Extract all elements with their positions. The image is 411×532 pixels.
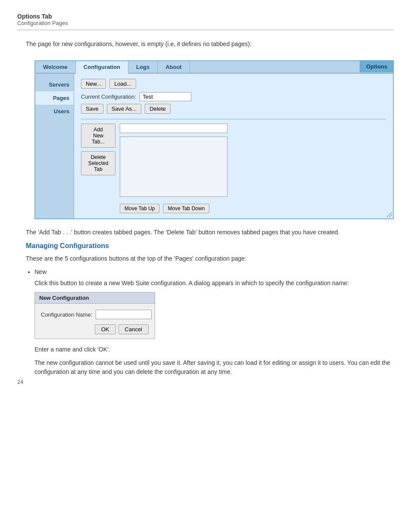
tab-welcome[interactable]: Welcome (35, 61, 76, 73)
intro-paragraph: The page for new configurations, however… (26, 40, 394, 47)
tabs-list-column: Move Tab Up Move Tab Down (120, 124, 386, 213)
sidebar-users[interactable]: Users (35, 105, 74, 118)
intro-text-before: The page for (26, 40, 62, 47)
tabs-management: Add New Tab... Delete Selected Tab Move … (81, 124, 386, 213)
new-config-dialog: New Configuration Configuration Name: OK… (34, 292, 155, 339)
add-new-tab-button[interactable]: Add New Tab... (81, 124, 115, 148)
sidebar-servers[interactable]: Servers (35, 78, 74, 91)
tab-logs[interactable]: Logs (128, 61, 158, 73)
after-window-text: The 'Add Tab . . .' button creates tabbe… (26, 228, 394, 237)
load-button[interactable]: Load... (109, 79, 136, 89)
tab-configuration[interactable]: Configuration (76, 61, 128, 74)
current-config-input[interactable] (140, 92, 191, 101)
config-body: Servers Pages Users New... Load... Curre… (35, 74, 393, 218)
tab-btn-column: Add New Tab... Delete Selected Tab (81, 124, 115, 213)
tab-name-input[interactable] (120, 124, 227, 133)
config-sidebar: Servers Pages Users (35, 74, 74, 218)
sidebar-pages[interactable]: Pages (35, 91, 74, 105)
sub-text-2: The new configuration cannot be used unt… (34, 358, 394, 376)
dialog-name-row: Configuration Name: (41, 310, 149, 319)
doc-header: Options Tab Configuration Pages (17, 13, 394, 26)
doc-subtitle: Configuration Pages (17, 20, 394, 26)
header-divider (17, 30, 394, 30)
bullet-new: New (34, 268, 394, 275)
config-top-row: New... Load... (81, 79, 386, 89)
doc-title: Options Tab (17, 13, 394, 20)
move-tab-down-button[interactable]: Move Tab Down (163, 204, 209, 213)
save-as-button[interactable]: Save As... (107, 104, 142, 114)
intro-em: new (62, 40, 73, 47)
managing-intro: These are the 5 configurations buttons a… (26, 254, 394, 263)
ok-button[interactable]: OK (95, 324, 116, 334)
resize-handle (387, 212, 392, 218)
intro-text-after: configurations, however, is empty (i.e, … (73, 40, 252, 47)
options-tab-area: Options Welcome Configuration Logs About… (26, 60, 394, 219)
config-name-input[interactable] (96, 310, 152, 319)
enter-name-text: Enter a name and click 'OK'. (34, 345, 394, 354)
config-divider (81, 119, 386, 119)
save-button[interactable]: Save (81, 104, 103, 114)
dialog-title: New Configuration (35, 292, 155, 304)
move-tab-up-button[interactable]: Move Tab Up (120, 204, 159, 213)
save-row: Save Save As... Delete (81, 104, 386, 114)
current-config-row: Current Configuration: (81, 92, 386, 101)
move-buttons-row: Move Tab Up Move Tab Down (120, 204, 386, 213)
bullet-list: New (34, 268, 394, 275)
dialog-buttons: OK Cancel (41, 324, 149, 334)
tabs-list-area (120, 137, 227, 197)
delete-selected-tab-button[interactable]: Delete Selected Tab (81, 151, 115, 175)
config-window: Welcome Configuration Logs About Servers… (34, 60, 394, 219)
tab-bar: Welcome Configuration Logs About (35, 61, 393, 74)
cancel-button[interactable]: Cancel (118, 324, 149, 334)
sub-text-1: Click this button to create a new Web Su… (34, 279, 394, 288)
managing-section-heading: Managing Configurations (26, 242, 394, 250)
config-main: New... Load... Current Configuration: Sa… (74, 74, 393, 218)
options-tab-button[interactable]: Options (360, 60, 394, 72)
tab-about[interactable]: About (158, 61, 190, 73)
current-config-label: Current Configuration: (81, 93, 136, 100)
dialog-body: Configuration Name: OK Cancel (35, 304, 155, 339)
page-number: 24 (17, 379, 23, 385)
dialog-label: Configuration Name: (41, 311, 92, 318)
new-button[interactable]: New... (81, 79, 106, 89)
delete-button[interactable]: Delete (145, 104, 171, 114)
